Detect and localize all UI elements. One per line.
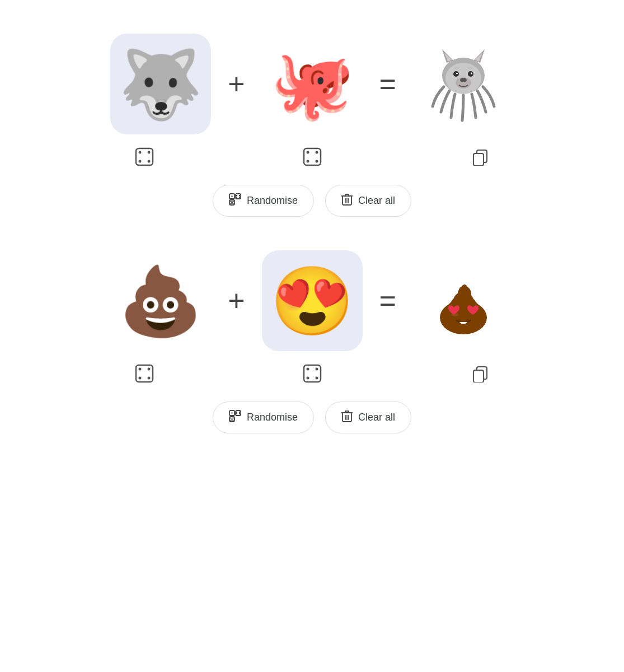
svg-point-18 [306,151,309,154]
svg-point-54 [138,368,141,371]
svg-point-21 [315,160,318,163]
dice-cell-1a [94,144,195,169]
emoji-equation-row-1: 🐺 + 🐙 = [110,34,514,134]
svg-point-32 [230,200,231,202]
svg-point-33 [232,200,233,202]
randomise-emoji1-button[interactable] [132,144,157,169]
svg-point-11 [471,73,472,74]
svg-point-16 [147,160,150,163]
equals-operator-2: = [379,286,396,315]
clear-label-2: Clear all [358,412,395,423]
svg-point-75 [231,418,232,419]
svg-point-19 [315,151,318,154]
icon-row-1 [94,144,531,169]
svg-point-13 [138,151,141,154]
clear-label-1: Clear all [358,195,395,207]
svg-point-73 [230,417,231,418]
svg-point-7 [460,78,467,82]
trash-svg-1 [341,193,353,206]
svg-point-71 [239,413,240,414]
emoji-3-char: 💩 [119,267,203,334]
emoji-4-char: 😍 [270,267,354,334]
randomise-emoji4-button[interactable] [300,361,325,386]
svg-rect-26 [236,194,241,199]
randomise-emoji3-button[interactable] [132,361,157,386]
clear-button-1[interactable]: Clear all [325,185,411,217]
equals-operator-1: = [379,69,396,99]
svg-point-51 [462,284,467,291]
copy-icon-1 [471,148,489,166]
action-row-1: Randomise Clear all [213,185,411,217]
icon-row-2 [94,361,531,386]
emoji-1-char: 🐺 [119,50,203,118]
svg-point-70 [236,413,237,414]
clear-button-2[interactable]: Clear all [325,402,411,433]
svg-point-59 [306,368,309,371]
randomise-label-1: Randomise [247,195,298,207]
randomise-button-2[interactable]: Randomise [213,402,314,433]
combo-section-1: 🐺 + 🐙 = [0,34,624,217]
randomise-button-1[interactable]: Randomise [213,185,314,217]
randomise-label-2: Randomise [247,412,298,423]
svg-point-55 [147,368,150,371]
trash-icon-1 [341,193,353,208]
svg-point-62 [315,377,318,380]
dice-icon-2a [134,363,154,384]
svg-rect-67 [236,410,241,416]
dice-icon-1b [302,147,322,167]
svg-point-15 [138,160,141,163]
svg-point-57 [147,377,150,380]
svg-point-76 [230,419,231,421]
svg-rect-12 [136,148,153,165]
svg-point-28 [239,195,240,196]
trash-icon-2 [341,410,353,425]
dice-icon-2b [302,363,322,384]
emoji-slot-2-second[interactable]: 😍 [262,250,363,351]
svg-point-77 [232,419,233,421]
svg-rect-64 [473,370,484,382]
svg-point-20 [306,160,309,163]
svg-point-60 [315,368,318,371]
svg-rect-23 [473,153,484,166]
result-emoji-svg-1 [424,45,503,123]
svg-point-34 [231,202,232,203]
svg-point-36 [232,203,233,204]
svg-point-14 [147,151,150,154]
dice-cell-2a [94,361,195,386]
combo-section-2: 💩 + 😍 = [0,250,624,433]
svg-point-9 [468,71,473,77]
svg-point-61 [306,377,309,380]
plus-operator-1: + [228,69,245,99]
randomise-svg-1 [229,193,241,206]
svg-point-66 [231,412,232,413]
randomise-svg-2 [229,410,241,422]
action-row-2: Randomise Clear all [213,402,411,433]
copy-icon-2 [471,365,489,382]
emoji-slot-1-second[interactable]: 💩 [110,250,211,351]
randomise-emoji2-button[interactable] [300,144,325,169]
copy-cell-1 [430,146,531,168]
dice-cell-1b [262,144,363,169]
emoji-result-second[interactable] [413,250,514,351]
emoji-result-first[interactable] [413,34,514,134]
trash-svg-2 [341,410,353,422]
dice-cell-2b [262,361,363,386]
dice-icon-1a [134,147,154,167]
plus-operator-2: + [228,286,245,315]
svg-rect-53 [136,365,153,382]
copy-cell-2 [430,362,531,385]
emoji-slot-1-first[interactable]: 🐺 [110,34,211,134]
randomise-icon-1 [229,193,241,208]
svg-rect-58 [304,365,321,382]
copy-result2-button[interactable] [469,362,491,385]
svg-point-68 [236,412,237,413]
svg-point-27 [236,195,237,196]
randomise-icon-2 [229,410,241,425]
svg-point-30 [239,197,240,198]
svg-point-29 [236,197,237,198]
emoji-slot-2-first[interactable]: 🐙 [262,34,363,134]
svg-point-69 [239,412,240,413]
svg-point-8 [453,71,459,77]
svg-point-10 [456,73,458,74]
copy-result1-button[interactable] [469,146,491,168]
